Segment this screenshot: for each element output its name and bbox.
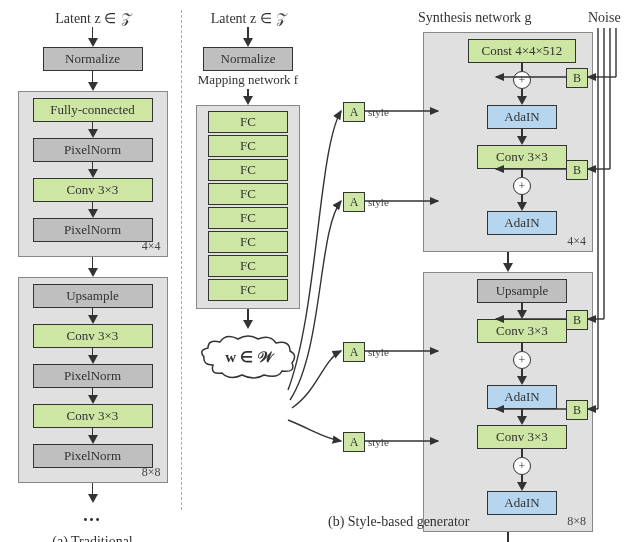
style-input-row: A style [343,342,391,362]
conv3x3-block: Conv 3×3 [477,319,567,343]
fc-block: FC [208,231,288,253]
noise-B-block: B [566,160,588,180]
size-label: 4×4 [142,239,161,254]
fc-block: FC [208,159,288,181]
conv3x3-block: Conv 3×3 [33,324,153,348]
arrow-down-icon [517,310,527,319]
normalize-block: Normalize [203,47,293,71]
noise-B-block: B [566,400,588,420]
figure: Latent z ∈ 𝒵 Normalize Fully-connected P… [10,10,626,542]
fc-block: FC [208,135,288,157]
mapping-network-label: Mapping network f [198,73,298,87]
caption-b: (b) Style-based generator [328,514,470,530]
mapping-fc-stack: FC FC FC FC FC FC FC FC [196,105,300,309]
adain-block: AdaIN [487,105,557,129]
fc-block: FC [208,207,288,229]
caption-a: (a) Traditional [52,534,133,542]
latent-label-b: Latent z ∈ 𝒵 [211,10,285,27]
add-noise-icon: + [513,71,531,89]
add-noise-icon: + [513,177,531,195]
affine-A-block: A [343,192,365,212]
affine-A-block: A [343,102,365,122]
arrow-down-icon [517,416,527,425]
conv3x3-block: Conv 3×3 [477,425,567,449]
style-label: style [368,196,389,208]
arrow-down-icon [517,482,527,491]
arrow-down-icon [88,315,98,324]
conv3x3-block: Conv 3×3 [477,145,567,169]
fc-block: FC [208,279,288,301]
adain-block: AdaIN [487,491,557,515]
add-noise-icon: + [513,351,531,369]
adain-block: AdaIN [487,385,557,409]
arrow-down-icon [517,136,527,145]
normalize-block: Normalize [43,47,143,71]
size-label: 8×8 [567,514,586,529]
upsample-block: Upsample [33,284,153,308]
noise-B-block: B [566,310,588,330]
arrow-down-icon [517,96,527,105]
style-input-row: A style [343,432,391,452]
style-input-row: A style [343,192,391,212]
arrow-down-icon [88,169,98,178]
ellipsis-icon: … [83,505,103,526]
style-label: style [368,106,389,118]
noise-label: Noise [588,10,621,26]
add-noise-icon: + [513,457,531,475]
group-4x4-b: Const 4×4×512 + AdaIN Conv 3×3 + AdaIN 4… [423,32,593,252]
synthesis-network-label: Synthesis network g [418,10,532,26]
arrow-down-icon [88,82,98,91]
latent-label-a: Latent z ∈ 𝒵 [55,10,129,27]
pixelnorm-block: PixelNorm [33,138,153,162]
panel-divider [181,10,182,510]
fc-block: FC [208,111,288,133]
arrow-down-icon [503,263,513,272]
group-8x8-a: Upsample Conv 3×3 PixelNorm Conv 3×3 Pix… [18,277,168,483]
panel-a: Latent z ∈ 𝒵 Normalize Fully-connected P… [10,10,175,542]
w-cloud: w ∈ 𝒲 [198,335,298,379]
conv3x3-block: Conv 3×3 [33,178,153,202]
conv3x3-block: Conv 3×3 [33,404,153,428]
arrow-down-icon [243,320,253,329]
style-input-row: A style [343,102,391,122]
const-block: Const 4×4×512 [468,39,576,63]
arrow-down-icon [88,209,98,218]
fc-block: FC [208,183,288,205]
arrow-down-icon [88,435,98,444]
arrow-down-icon [88,355,98,364]
style-label: style [368,346,389,358]
synthesis-network: Const 4×4×512 + AdaIN Conv 3×3 + AdaIN 4… [423,32,593,542]
mapping-network: Latent z ∈ 𝒵 Normalize Mapping network f… [188,10,308,379]
style-label: style [368,436,389,448]
w-label: w ∈ 𝒲 [225,348,270,366]
affine-A-block: A [343,432,365,452]
arrow-down-icon [517,376,527,385]
upsample-block: Upsample [477,279,567,303]
adain-block: AdaIN [487,211,557,235]
affine-A-block: A [343,342,365,362]
arrow-down-icon [88,129,98,138]
size-label: 8×8 [142,465,161,480]
pixelnorm-block: PixelNorm [33,218,153,242]
size-label: 4×4 [567,234,586,249]
group-4x4-a: Fully-connected PixelNorm Conv 3×3 Pixel… [18,91,168,257]
fc-block: FC [208,255,288,277]
arrow-down-icon [88,494,98,503]
arrow-down-icon [517,202,527,211]
pixelnorm-block: PixelNorm [33,444,153,468]
pixelnorm-block: PixelNorm [33,364,153,388]
panel-b: Latent z ∈ 𝒵 Normalize Mapping network f… [188,10,626,530]
noise-B-block: B [566,68,588,88]
arrow-down-icon [88,268,98,277]
arrow-down-icon [243,96,253,105]
arrow-down-icon [243,38,253,47]
arrow-down-icon [88,38,98,47]
fully-connected-block: Fully-connected [33,98,153,122]
arrow-down-icon [88,395,98,404]
